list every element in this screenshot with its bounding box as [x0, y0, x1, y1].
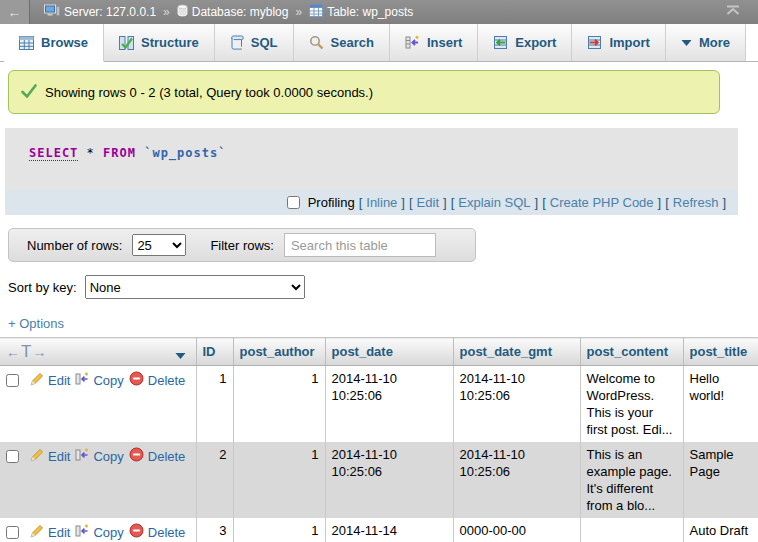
tab-search[interactable]: Search [294, 24, 390, 61]
bracket: [ [359, 195, 363, 210]
bracket: [ [542, 195, 546, 210]
sql-keyword-select[interactable]: SELECT [29, 146, 78, 161]
tab-more-label: More [699, 35, 730, 50]
copy-row-link[interactable]: Copy [75, 448, 123, 466]
tab-browse-label: Browse [41, 35, 88, 50]
column-header-post-date[interactable]: post_date [325, 338, 453, 366]
tab-import[interactable]: Import [572, 24, 665, 61]
breadcrumb-database[interactable]: Database: myblog [177, 4, 289, 20]
query-panel: SELECT * FROM `wp_posts` Profiling [ Inl… [5, 128, 738, 215]
cell-id: 2 [196, 442, 233, 518]
sort-by-key-label: Sort by key: [8, 280, 77, 295]
cell-post-content: This is an example page. It's different … [580, 442, 683, 518]
bracket: ] [401, 195, 405, 210]
filter-rows-label: Filter rows: [210, 238, 274, 253]
bracket: [ [451, 195, 455, 210]
breadcrumb-separator: » [295, 5, 302, 19]
bracket: ] [658, 195, 662, 210]
breadcrumb-server[interactable]: Server: 127.0.0.1 [44, 4, 156, 21]
sql-query: SELECT * FROM `wp_posts` [5, 128, 738, 190]
edit-row-link[interactable]: Edit [30, 524, 70, 542]
rows-control-bar: Number of rows: 25 Filter rows: [8, 228, 476, 262]
sort-triangle-icon[interactable] [175, 348, 186, 363]
tab-insert-label: Insert [427, 35, 462, 50]
tab-structure-label: Structure [141, 35, 199, 50]
tab-more[interactable]: More [666, 24, 746, 61]
bracket: ] [443, 195, 447, 210]
row-checkbox[interactable] [6, 526, 19, 539]
chevron-down-icon [681, 39, 692, 47]
tab-export[interactable]: Export [478, 24, 572, 61]
table-icon [309, 4, 323, 20]
profiling-label: Profiling [308, 195, 355, 210]
cell-post-date-gmt: 2014-11-10 10:25:06 [453, 366, 580, 443]
refresh-link[interactable]: Refresh [673, 195, 719, 210]
cell-post-title: Auto Draft [683, 518, 758, 542]
query-options-bar: Profiling [ Inline ] [ Edit ] [ Explain … [5, 190, 738, 215]
copy-icon [75, 524, 89, 542]
cell-id: 3 [196, 518, 233, 542]
table-row: Edit Copy Delete 1 1 2014-11-10 10:25:06… [0, 366, 758, 443]
create-php-code-link[interactable]: Create PHP Code [550, 195, 654, 210]
tab-sql-label: SQL [251, 35, 278, 50]
search-icon [309, 35, 324, 50]
tab-insert[interactable]: Insert [390, 24, 478, 61]
breadcrumb: Server: 127.0.0.1 » Database: myblog » T… [44, 4, 413, 21]
tab-browse[interactable]: Browse [4, 24, 104, 62]
tab-import-label: Import [609, 35, 649, 50]
tab-search-label: Search [331, 35, 374, 50]
bracket: ] [535, 195, 539, 210]
results-table: ←T→ ID post_author post_date post_date_g… [0, 337, 758, 542]
cell-post-date-gmt: 2014-11-10 10:25:06 [453, 442, 580, 518]
copy-row-link[interactable]: Copy [75, 372, 123, 390]
row-checkbox[interactable] [6, 374, 19, 387]
browse-icon [19, 36, 34, 50]
delete-icon [129, 523, 144, 542]
back-arrow-icon[interactable]: ← [0, 0, 30, 24]
column-reorder-header[interactable]: ←T→ [0, 338, 196, 366]
table-row: Edit Copy Delete 3 1 2014-11-14 06:33:38… [0, 518, 758, 542]
sql-identifier: `wp_posts` [144, 146, 226, 160]
edit-row-link[interactable]: Edit [30, 448, 70, 466]
column-header-post-content[interactable]: post_content [580, 338, 683, 366]
breadcrumb-separator: » [163, 5, 170, 19]
database-icon [177, 4, 188, 20]
tab-structure[interactable]: Structure [104, 24, 215, 61]
column-header-post-author[interactable]: post_author [233, 338, 325, 366]
tab-sql[interactable]: SQL [215, 24, 294, 61]
column-header-id[interactable]: ID [196, 338, 233, 366]
options-toggle[interactable]: + Options [8, 316, 64, 334]
column-header-post-title[interactable]: post_title [683, 338, 758, 366]
filter-rows-input[interactable] [284, 233, 436, 257]
number-of-rows-select[interactable]: 25 [132, 234, 186, 256]
copy-icon [75, 448, 89, 466]
inline-link[interactable]: Inline [366, 195, 397, 210]
cell-post-author: 1 [233, 366, 325, 443]
pencil-icon [30, 372, 44, 390]
copy-row-link[interactable]: Copy [75, 524, 123, 542]
column-header-post-date-gmt[interactable]: post_date_gmt [453, 338, 580, 366]
cell-id: 1 [196, 366, 233, 443]
breadcrumb-table-label: Table: wp_posts [327, 5, 413, 19]
export-icon [493, 35, 508, 50]
sql-star: * [78, 146, 103, 160]
collapse-panel-icon[interactable] [726, 5, 740, 19]
sort-by-key-select[interactable]: None [85, 275, 305, 299]
bracket: ] [722, 195, 726, 210]
success-check-icon [21, 84, 37, 101]
row-checkbox[interactable] [6, 450, 19, 463]
column-marker-icon[interactable]: ←T→ [6, 344, 47, 360]
cell-post-author: 1 [233, 518, 325, 542]
profiling-checkbox[interactable] [287, 196, 300, 209]
number-of-rows-label: Number of rows: [27, 238, 122, 253]
edit-row-link[interactable]: Edit [30, 372, 70, 390]
bracket: [ [409, 195, 413, 210]
edit-query-link[interactable]: Edit [417, 195, 439, 210]
explain-sql-link[interactable]: Explain SQL [458, 195, 530, 210]
cell-post-date: 2014-11-10 10:25:06 [325, 366, 453, 443]
delete-row-link[interactable]: Delete [129, 447, 186, 466]
breadcrumb-table[interactable]: Table: wp_posts [309, 4, 413, 20]
bracket: [ [665, 195, 669, 210]
delete-row-link[interactable]: Delete [129, 523, 186, 542]
delete-row-link[interactable]: Delete [129, 371, 186, 390]
